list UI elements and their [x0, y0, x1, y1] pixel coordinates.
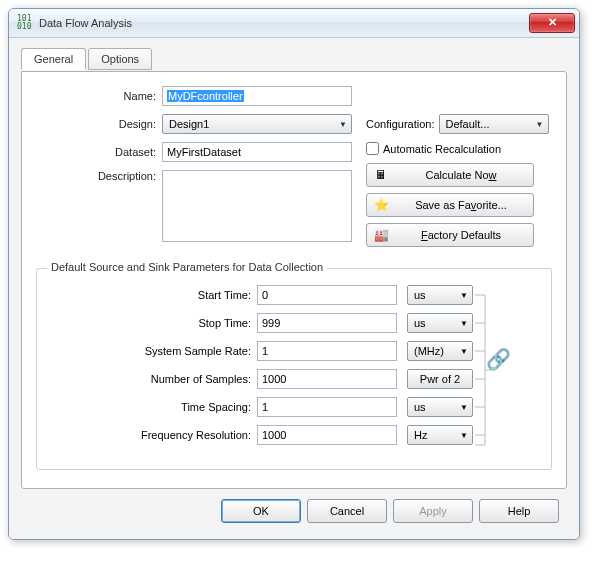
unit-value: us [414, 317, 460, 329]
chevron-down-icon: ▼ [460, 347, 468, 356]
bracket-decoration: 🔗 [473, 285, 513, 455]
tab-strip: General Options [21, 48, 567, 72]
configuration-value: Default... [446, 118, 536, 130]
param-row: Stop Time:us▼ [51, 313, 473, 333]
name-value: MyDFcontroller [167, 90, 244, 102]
factory-defaults-label: Factory Defaults [395, 229, 527, 241]
unit-value: us [414, 289, 460, 301]
auto-recalc-label: Automatic Recalculation [383, 143, 501, 155]
ok-button[interactable]: OK [221, 499, 301, 523]
unit-value: Hz [414, 429, 460, 441]
tab-content: Name: MyDFcontroller Design: Design1 ▼ [21, 71, 567, 489]
factory-icon: 🏭 [373, 227, 389, 243]
params-fieldset: Default Source and Sink Parameters for D… [36, 268, 552, 470]
chevron-down-icon: ▼ [460, 403, 468, 412]
param-row: Frequency Resolution:Hz▼ [51, 425, 473, 445]
description-textarea[interactable] [162, 170, 352, 242]
chevron-down-icon: ▼ [339, 120, 347, 129]
param-row: Time Spacing:us▼ [51, 397, 473, 417]
unit-value: (MHz) [414, 345, 460, 357]
unit-dropdown[interactable]: (MHz)▼ [407, 341, 473, 361]
titlebar: Data Flow Analysis ✕ [9, 9, 579, 38]
param-label: Number of Samples: [51, 373, 257, 385]
factory-defaults-button[interactable]: 🏭 Factory Defaults [366, 223, 534, 247]
save-favorite-label: Save as Favorite... [395, 199, 527, 211]
param-label: Frequency Resolution: [51, 429, 257, 441]
design-dropdown[interactable]: Design1 ▼ [162, 114, 352, 134]
param-label: System Sample Rate: [51, 345, 257, 357]
name-input[interactable]: MyDFcontroller [162, 86, 352, 106]
tab-options[interactable]: Options [88, 48, 152, 70]
param-label: Stop Time: [51, 317, 257, 329]
chevron-down-icon: ▼ [460, 319, 468, 328]
close-button[interactable]: ✕ [529, 13, 575, 33]
design-label: Design: [36, 118, 162, 130]
unit-value: us [414, 401, 460, 413]
params-legend: Default Source and Sink Parameters for D… [47, 261, 327, 273]
window-title: Data Flow Analysis [39, 17, 529, 29]
app-icon [17, 15, 33, 31]
param-label: Time Spacing: [51, 401, 257, 413]
param-input[interactable] [257, 425, 397, 445]
configuration-dropdown[interactable]: Default... ▼ [439, 114, 549, 134]
param-row: System Sample Rate:(MHz)▼ [51, 341, 473, 361]
calculator-icon: 🖩 [373, 167, 389, 183]
apply-button[interactable]: Apply [393, 499, 473, 523]
client-area: General Options Name: MyDFcontroller Des… [9, 38, 579, 539]
dataset-label: Dataset: [36, 146, 162, 158]
link-icon: 🔗 [486, 347, 511, 371]
dialog-button-bar: OK Cancel Apply Help [21, 489, 567, 527]
chevron-down-icon: ▼ [536, 120, 544, 129]
dialog-window: Data Flow Analysis ✕ General Options Nam… [8, 8, 580, 540]
tab-general[interactable]: General [21, 48, 86, 70]
chevron-down-icon: ▼ [460, 431, 468, 440]
chevron-down-icon: ▼ [460, 291, 468, 300]
pwr-of-2-button[interactable]: Pwr of 2 [407, 369, 473, 389]
calculate-now-label: Calculate Now [395, 169, 527, 181]
description-label: Description: [36, 170, 162, 182]
cancel-button[interactable]: Cancel [307, 499, 387, 523]
star-icon: ⭐ [373, 197, 389, 213]
save-favorite-button[interactable]: ⭐ Save as Favorite... [366, 193, 534, 217]
help-button[interactable]: Help [479, 499, 559, 523]
param-label: Start Time: [51, 289, 257, 301]
param-row: Number of Samples:Pwr of 2 [51, 369, 473, 389]
design-value: Design1 [169, 118, 339, 130]
param-input[interactable] [257, 369, 397, 389]
configuration-label: Configuration: [366, 118, 435, 130]
unit-dropdown[interactable]: us▼ [407, 285, 473, 305]
param-input[interactable] [257, 341, 397, 361]
param-input[interactable] [257, 397, 397, 417]
name-label: Name: [36, 90, 162, 102]
calculate-now-button[interactable]: 🖩 Calculate Now [366, 163, 534, 187]
param-row: Start Time:us▼ [51, 285, 473, 305]
auto-recalc-checkbox[interactable] [366, 142, 379, 155]
param-input[interactable] [257, 285, 397, 305]
dataset-input[interactable] [162, 142, 352, 162]
param-input[interactable] [257, 313, 397, 333]
unit-dropdown[interactable]: us▼ [407, 313, 473, 333]
unit-dropdown[interactable]: Hz▼ [407, 425, 473, 445]
unit-dropdown[interactable]: us▼ [407, 397, 473, 417]
